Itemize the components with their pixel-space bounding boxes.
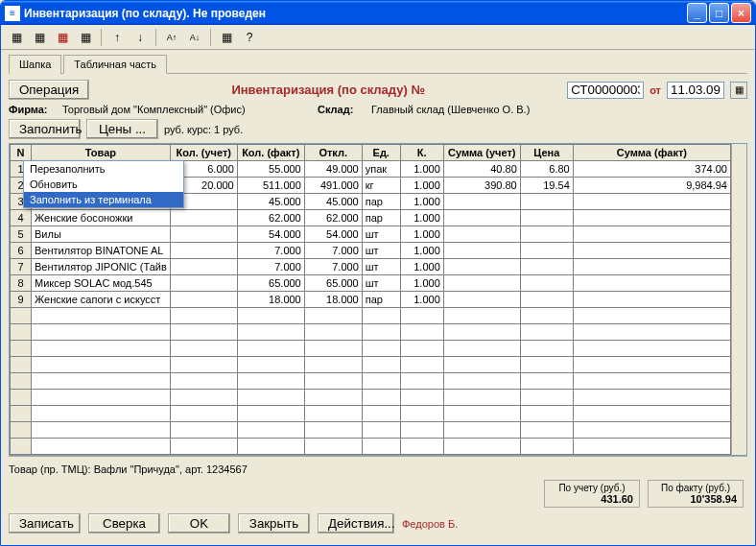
toolbar-btn-9[interactable]: ▦ bbox=[217, 28, 236, 47]
table-row[interactable]: 4Женские босоножки62.00062.000пар1.000 bbox=[11, 210, 731, 226]
status-text: Товар (пр. ТМЦ): Вафли "Причуда", арт. 1… bbox=[9, 461, 747, 478]
window-title: Инвентаризация (по складу). Не проведен bbox=[24, 7, 687, 20]
tab-tablepart[interactable]: Табличная часть bbox=[63, 55, 167, 74]
table-row[interactable]: 9Женские сапоги с искусст18.00018.000пар… bbox=[11, 292, 731, 308]
table-row[interactable]: 5Вилы54.00054.000шт1.000 bbox=[11, 226, 731, 243]
toolbar-down-icon[interactable]: ↓ bbox=[130, 28, 150, 47]
toolbar-btn-3[interactable]: ▦ bbox=[53, 28, 72, 47]
toolbar-up-icon[interactable]: ↑ bbox=[107, 28, 127, 47]
close-button[interactable]: × bbox=[731, 3, 751, 23]
col-kol-fakt[interactable]: Кол. (факт) bbox=[237, 145, 304, 161]
table-row-empty[interactable] bbox=[11, 373, 731, 390]
ok-button[interactable]: OK bbox=[168, 513, 230, 534]
vertical-scrollbar[interactable] bbox=[731, 144, 746, 455]
sverka-button[interactable]: Сверка bbox=[88, 513, 160, 534]
table-row-empty[interactable] bbox=[11, 406, 731, 422]
app-window: ≡ Инвентаризация (по складу). Не проведе… bbox=[0, 0, 756, 546]
toolbar-btn-2[interactable]: ▦ bbox=[30, 28, 49, 47]
operation-button[interactable]: Операция bbox=[9, 80, 89, 100]
prices-button[interactable]: Цены ... bbox=[86, 119, 158, 139]
table-row[interactable]: 8Миксер SOLAC мод.54565.00065.000шт1.000 bbox=[11, 275, 731, 292]
table-row[interactable]: 7Вентилятор JIPONIC (Тайв7.0007.000шт1.0… bbox=[11, 259, 731, 275]
col-ed[interactable]: Ед. bbox=[362, 145, 400, 161]
col-k[interactable]: К. bbox=[400, 145, 443, 161]
table-row[interactable]: 6Вентилятор BINATONE AL7.0007.000шт1.000 bbox=[11, 243, 731, 259]
user-name: Федоров Б. bbox=[402, 518, 458, 530]
col-cena[interactable]: Цена bbox=[520, 145, 573, 161]
toolbar-btn-4[interactable]: ▦ bbox=[76, 28, 95, 47]
sklad-value: Главный склад (Шевченко О. В.) bbox=[371, 104, 530, 115]
firm-label: Фирма: bbox=[9, 104, 57, 115]
table-row-empty[interactable] bbox=[11, 341, 731, 357]
dropdown-refill[interactable]: Перезаполнить bbox=[24, 161, 183, 177]
minimize-button[interactable]: _ bbox=[687, 3, 707, 23]
rate-text: руб. курс: 1 руб. bbox=[164, 124, 243, 135]
sklad-label: Склад: bbox=[318, 104, 366, 115]
fill-dropdown-menu: Перезаполнить Обновить Заполнить из терм… bbox=[23, 160, 184, 208]
calendar-icon[interactable]: ▦ bbox=[730, 82, 747, 99]
doc-heading: Инвентаризация (по складу) № bbox=[95, 83, 561, 97]
table-row-empty[interactable] bbox=[11, 422, 731, 439]
col-tovar[interactable]: Товар bbox=[32, 145, 171, 161]
col-summa-uchet[interactable]: Сумма (учет) bbox=[443, 145, 520, 161]
total-uchet: По учету (руб.) 431.60 bbox=[544, 480, 640, 508]
total-fakt: По факту (руб.) 10'358.94 bbox=[648, 480, 744, 508]
firm-value: Торговый дом "Комплексный" (Офис) bbox=[62, 104, 312, 115]
fill-button[interactable]: Заполнить bbox=[9, 119, 81, 139]
actions-button[interactable]: Действия... bbox=[318, 513, 394, 534]
dropdown-fill-terminal[interactable]: Заполнить из терминала bbox=[24, 192, 183, 207]
toolbar-btn-1[interactable]: ▦ bbox=[7, 28, 26, 47]
table-row-empty[interactable] bbox=[11, 357, 731, 373]
toolbar-sort-desc-icon[interactable]: A↓ bbox=[185, 28, 204, 47]
table-row-empty[interactable] bbox=[11, 324, 731, 341]
table-row-empty[interactable] bbox=[11, 308, 731, 324]
tab-header[interactable]: Шапка bbox=[9, 55, 61, 74]
titlebar[interactable]: ≡ Инвентаризация (по складу). Не проведе… bbox=[1, 1, 755, 25]
save-button[interactable]: Записать bbox=[9, 513, 81, 534]
tabs: Шапка Табличная часть bbox=[9, 54, 747, 74]
col-kol-uchet[interactable]: Кол. (учет) bbox=[170, 145, 237, 161]
dropdown-refresh[interactable]: Обновить bbox=[24, 177, 183, 192]
maximize-button[interactable]: □ bbox=[709, 3, 729, 23]
col-n[interactable]: N bbox=[11, 145, 32, 161]
date-input[interactable] bbox=[667, 82, 724, 99]
col-otkl[interactable]: Откл. bbox=[304, 145, 362, 161]
table-row-empty[interactable] bbox=[11, 390, 731, 406]
toolbar: ▦ ▦ ▦ ▦ ↑ ↓ A↑ A↓ ▦ ? bbox=[1, 25, 755, 50]
doc-number-input[interactable] bbox=[567, 82, 644, 99]
app-icon: ≡ bbox=[5, 6, 20, 21]
table-row-empty[interactable] bbox=[11, 439, 731, 455]
toolbar-help-icon[interactable]: ? bbox=[240, 28, 259, 47]
toolbar-sort-asc-icon[interactable]: A↑ bbox=[162, 28, 181, 47]
col-summa-fakt[interactable]: Сумма (факт) bbox=[573, 145, 730, 161]
close-form-button[interactable]: Закрыть bbox=[238, 513, 310, 534]
date-label: от bbox=[650, 84, 661, 96]
